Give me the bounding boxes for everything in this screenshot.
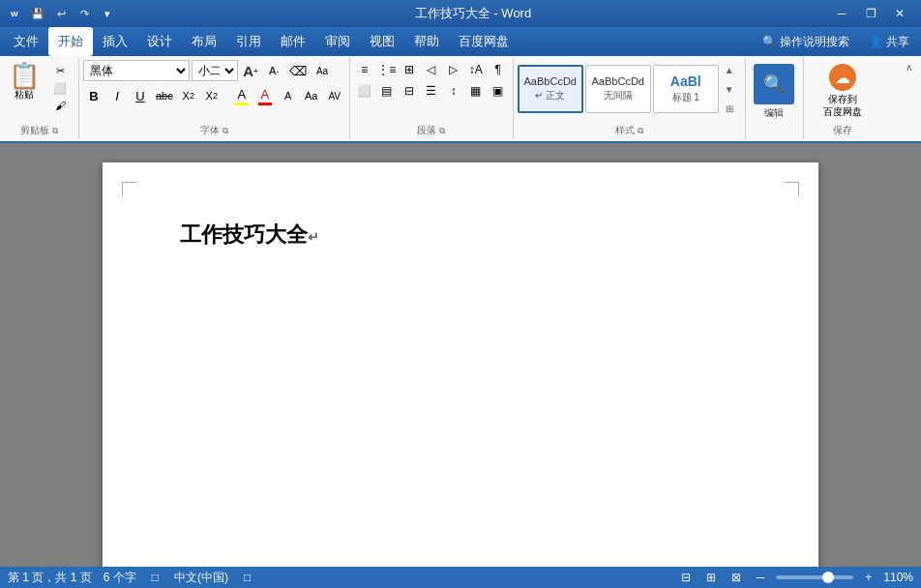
styles-label: 样式 ⧉ <box>518 122 741 137</box>
close-button[interactable]: ✕ <box>886 4 913 23</box>
font-grow-button[interactable]: A+ <box>240 60 261 81</box>
menu-bar: 文件 开始 插入 设计 布局 引用 邮件 审阅 视图 帮助 百度网盘 🔍 操作说… <box>0 27 921 56</box>
subscript-button[interactable]: X2 <box>178 85 199 106</box>
indent-dec-button[interactable]: ◁ <box>421 60 442 79</box>
document-title[interactable]: 工作技巧大全↵ <box>180 220 741 250</box>
search-button[interactable]: 🔍 <box>754 64 794 104</box>
menu-right: 🔍 操作说明搜索 👤 共享 <box>755 27 917 56</box>
search-help-button[interactable]: 🔍 操作说明搜索 <box>755 32 857 52</box>
style-normal-preview: AaBbCcDd <box>524 75 577 87</box>
zoom-slider[interactable] <box>776 575 853 579</box>
ribbon-collapse-button[interactable]: ∧ <box>906 58 921 139</box>
layout-read-button[interactable]: ⊠ <box>728 571 745 584</box>
bullets-button[interactable]: ≡ <box>354 60 375 79</box>
multilevel-button[interactable]: ⊞ <box>399 60 420 79</box>
menu-item-insert[interactable]: 插入 <box>93 27 137 56</box>
menu-item-help[interactable]: 帮助 <box>404 27 449 56</box>
menu-item-design[interactable]: 设计 <box>137 27 182 56</box>
font-group: 黑体 小二 A+ A- ⌫ Aa B I U abc X2 X2 <box>79 58 350 139</box>
style-normal-label: ↵ 正文 <box>535 89 565 103</box>
qs-dropdown-button[interactable]: ▾ <box>97 3 118 24</box>
underline-button[interactable]: U <box>130 85 151 106</box>
zoom-out-button[interactable]: ─ <box>753 571 769 584</box>
font-size-select[interactable]: 小二 <box>192 60 238 81</box>
line-spacing-button[interactable]: ↕ <box>443 81 464 101</box>
paste-icon: 📋 <box>9 63 40 88</box>
borders-button[interactable]: ▣ <box>488 81 509 101</box>
track-changes-button[interactable]: □ <box>240 571 254 584</box>
italic-button[interactable]: I <box>106 85 128 106</box>
font-label: 字体 ⧉ <box>83 122 345 137</box>
indent-inc-button[interactable]: ▷ <box>443 60 464 79</box>
language: 中文(中国) <box>174 570 228 586</box>
justify-button[interactable]: ☰ <box>421 81 442 101</box>
char-count: 6 个字 <box>104 570 136 586</box>
restore-button[interactable]: ❐ <box>857 4 884 23</box>
zoom-thumb <box>822 572 834 583</box>
align-left-button[interactable]: ⬜ <box>354 81 375 101</box>
clipboard-content: 📋 粘贴 ✂ ⬜ 🖌 <box>4 60 74 122</box>
sort-button[interactable]: ↕A <box>465 60 487 79</box>
menu-item-baidu[interactable]: 百度网盘 <box>449 27 519 56</box>
copy-button[interactable]: ⬜ <box>47 79 73 97</box>
paragraph-content: ≡ ⋮≡ ⊞ ◁ ▷ ↕A ¶ ⬜ ▤ ⊟ ☰ ↕ ▦ ▣ <box>354 60 509 122</box>
styles-scroll[interactable]: ▲ ▼ ⊞ <box>721 60 738 118</box>
document-page[interactable]: 工作技巧大全↵ <box>103 162 818 567</box>
style-heading1-preview: AaBl <box>670 74 701 89</box>
char-spacing-button[interactable]: AV <box>324 85 345 106</box>
share-label: 共享 <box>886 34 909 50</box>
font-color2-button[interactable]: Aa <box>301 85 322 106</box>
align-right-button[interactable]: ⊟ <box>399 81 420 101</box>
show-formatting-button[interactable]: ¶ <box>488 60 509 79</box>
search-magnifier-icon: 🔍 <box>763 74 785 95</box>
strikethrough-button[interactable]: abc <box>153 85 176 106</box>
macro-button[interactable]: □ <box>148 571 163 584</box>
numbering-button[interactable]: ⋮≡ <box>376 60 398 79</box>
share-button[interactable]: 👤 共享 <box>861 32 917 52</box>
title-left: W 💾 ↩ ↷ ▾ <box>8 3 118 24</box>
layout-web-button[interactable]: ⊞ <box>702 571 720 584</box>
font-name-select[interactable]: 黑体 <box>83 60 190 81</box>
shading-button[interactable]: ▦ <box>465 81 487 101</box>
menu-item-view[interactable]: 视图 <box>360 27 404 56</box>
style-no-spacing-label: 无间隔 <box>604 89 633 103</box>
menu-item-references[interactable]: 引用 <box>226 27 271 56</box>
clipboard-label: 剪贴板 ⧉ <box>4 122 74 137</box>
bold-button[interactable]: B <box>83 85 104 106</box>
menu-item-mailings[interactable]: 邮件 <box>271 27 315 56</box>
zoom-in-button[interactable]: + <box>861 571 876 584</box>
qs-undo-button[interactable]: ↩ <box>50 3 72 24</box>
qs-save-button[interactable]: 💾 <box>27 3 48 24</box>
highlight-button[interactable]: A <box>231 85 253 106</box>
style-no-spacing[interactable]: AaBbCcDd 无间隔 <box>585 65 651 113</box>
format-clear-button[interactable]: ⌫ <box>286 60 310 81</box>
font-shrink-button[interactable]: A- <box>263 60 284 81</box>
layout-print-button[interactable]: ⊟ <box>677 571 695 584</box>
minimize-button[interactable]: ─ <box>828 4 855 23</box>
style-heading1[interactable]: AaBl 标题 1 <box>653 65 719 113</box>
text-effect-button[interactable]: A <box>278 85 299 106</box>
status-right: ⊟ ⊞ ⊠ ─ + 110% <box>677 571 913 584</box>
style-no-spacing-preview: AaBbCcDd <box>592 75 644 87</box>
status-bar: 第 1 页，共 1 页 6 个字 □ 中文(中国) □ ⊟ ⊞ ⊠ ─ + 11… <box>0 567 921 588</box>
style-normal[interactable]: AaBbCcDd ↵ 正文 <box>518 65 583 113</box>
paragraph-group: ≡ ⋮≡ ⊞ ◁ ▷ ↕A ¶ ⬜ ▤ ⊟ ☰ ↕ ▦ ▣ <box>350 58 514 139</box>
save-baidu-button[interactable]: ☁ 保存到百度网盘 <box>819 60 866 122</box>
menu-item-review[interactable]: 审阅 <box>315 27 360 56</box>
styles-group: AaBbCcDd ↵ 正文 AaBbCcDd 无间隔 AaBl 标题 1 ▲ ▼ <box>514 58 746 139</box>
superscript-button[interactable]: X2 <box>201 85 223 106</box>
caps-button[interactable]: Aa <box>312 60 333 81</box>
paste-button[interactable]: 📋 粘贴 <box>4 60 45 116</box>
styles-gallery: AaBbCcDd ↵ 正文 AaBbCcDd 无间隔 AaBl 标题 1 ▲ ▼ <box>518 60 738 118</box>
menu-item-file[interactable]: 文件 <box>4 27 48 56</box>
document-area[interactable]: 工作技巧大全↵ <box>0 143 921 567</box>
menu-item-home[interactable]: 开始 <box>48 27 93 56</box>
cut-button[interactable]: ✂ <box>47 62 73 79</box>
edit-content: 🔍 编辑 <box>750 60 798 124</box>
title-text: 工作技巧大全 <box>180 222 308 247</box>
align-center-button[interactable]: ▤ <box>376 81 398 101</box>
menu-item-layout[interactable]: 布局 <box>182 27 226 56</box>
qs-redo-button[interactable]: ↷ <box>74 3 95 24</box>
format-painter-button[interactable]: 🖌 <box>47 97 73 114</box>
font-color-button[interactable]: A <box>254 85 276 106</box>
